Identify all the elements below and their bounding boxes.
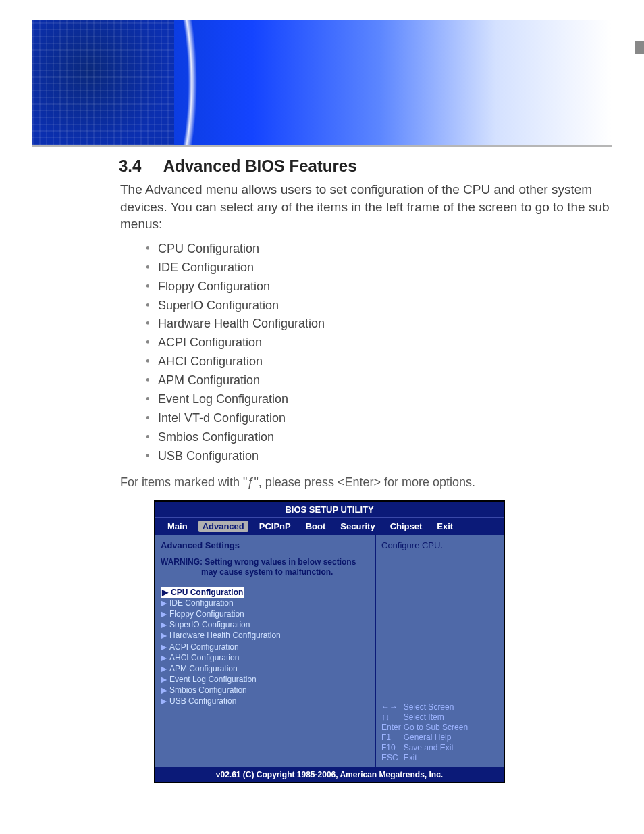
section-number: 3.4	[119, 157, 159, 176]
bios-key-desc: Select Item	[404, 712, 471, 723]
bios-title: BIOS SETUP UTILITY	[155, 502, 504, 517]
bullet-icon: •	[138, 334, 158, 353]
config-list-label: SuperIO Configuration	[158, 298, 279, 312]
config-list-label: Smbios Configuration	[158, 430, 274, 444]
bios-key-desc: Exit	[404, 753, 471, 763]
triangle-icon: ▶	[161, 685, 167, 695]
triangle-icon: ▶	[161, 653, 167, 662]
bullet-icon: •	[138, 353, 158, 371]
bios-menu-label: Smbios Configuration	[169, 685, 247, 695]
config-list-item: •Smbios Configuration	[138, 428, 612, 447]
bios-heading: Advanced Settings	[161, 540, 369, 550]
bios-menu-label: AHCI Configuration	[169, 653, 239, 662]
bios-menu-item[interactable]: ▶SuperIO Configuration	[161, 619, 369, 630]
bios-warning-line1: WARNING: Setting wrong values in below s…	[161, 557, 356, 567]
scrollbar-stub	[635, 41, 644, 54]
triangle-icon: ▶	[161, 631, 167, 640]
bios-menu-label: Hardware Health Configuration	[169, 631, 281, 640]
config-list-item: •APM Configuration	[138, 371, 612, 390]
config-list-item: •CPU Configuration	[138, 240, 612, 259]
triangle-icon: ▶	[161, 609, 167, 619]
config-list: •CPU Configuration•IDE Configuration•Flo…	[120, 240, 612, 466]
bios-left-pane: Advanced Settings WARNING: Setting wrong…	[155, 535, 376, 767]
config-list-item: •Intel VT-d Configuration	[138, 409, 612, 428]
bios-tab-advanced[interactable]: Advanced	[198, 521, 248, 532]
config-list-label: APM Configuration	[158, 373, 260, 387]
section-heading: 3.4 Advanced BIOS Features	[119, 157, 612, 176]
bios-key-desc: Select Screen	[404, 702, 471, 712]
bios-warning: WARNING: Setting wrong values in below s…	[161, 557, 369, 577]
bios-menu-item[interactable]: ▶IDE Configuration	[161, 598, 369, 608]
bios-menu: ▶CPU Configuration▶IDE Configuration▶Flo…	[161, 587, 369, 707]
bios-menu-item[interactable]: ▶Event Log Configuration	[161, 674, 369, 685]
bios-key-row: ←→Select Screen	[381, 702, 471, 712]
bios-menu-item[interactable]: ▶Hardware Health Configuration	[161, 630, 369, 641]
triangle-icon: ▶	[161, 696, 167, 706]
bios-menu-item[interactable]: ▶USB Configuration	[161, 696, 369, 706]
config-list-item: •IDE Configuration	[138, 259, 612, 278]
bios-tab-pcipnp[interactable]: PCIPnP	[255, 521, 295, 532]
bios-menu-item[interactable]: ▶ACPI Configuration	[161, 642, 369, 652]
config-list-item: •Floppy Configuration	[138, 278, 612, 296]
config-list-label: Floppy Configuration	[158, 280, 270, 293]
triangle-icon: ▶	[161, 642, 167, 652]
config-list-label: Intel VT-d Configuration	[158, 411, 286, 425]
bios-key: F1	[381, 733, 404, 743]
bios-menu-label: USB Configuration	[169, 696, 236, 706]
bios-tab-chipset[interactable]: Chipset	[386, 521, 427, 532]
bios-key-row: F1General Help	[381, 733, 471, 743]
bios-menu-label: APM Configuration	[169, 664, 238, 673]
bullet-icon: •	[138, 278, 158, 296]
bullet-icon: •	[138, 240, 158, 259]
bios-menu-item[interactable]: ▶AHCI Configuration	[161, 652, 369, 663]
bios-right-pane: Configure CPU. ←→Select Screen↑↓Select I…	[376, 535, 504, 767]
bullet-icon: •	[138, 409, 158, 428]
bios-screenshot: BIOS SETUP UTILITY MainAdvancedPCIPnPBoo…	[154, 500, 505, 783]
bios-key-row: EnterGo to Sub Screen	[381, 723, 471, 733]
section-title: Advanced BIOS Features	[163, 157, 357, 175]
bios-menu-label: CPU Configuration	[171, 588, 243, 597]
config-list-label: ACPI Configuration	[158, 336, 262, 349]
triangle-icon: ▶	[161, 620, 167, 629]
bios-tabs: MainAdvancedPCIPnPBootSecurityChipsetExi…	[155, 517, 504, 535]
bios-warning-line2: may cause system to malfunction.	[161, 567, 369, 577]
bios-menu-item[interactable]: ▶Smbios Configuration	[161, 685, 369, 696]
config-list-label: CPU Configuration	[158, 242, 259, 255]
config-list-item: •USB Configuration	[138, 447, 612, 466]
config-list-label: AHCI Configuration	[158, 355, 263, 368]
config-list-item: •SuperIO Configuration	[138, 296, 612, 315]
header-banner	[32, 20, 612, 147]
bullet-icon: •	[138, 315, 158, 334]
intro-paragraph: The Advanced menu allows users to set co…	[120, 181, 612, 233]
bios-help-text: Configure CPU.	[381, 540, 500, 550]
note-paragraph: For items marked with "ƒ", please press …	[120, 475, 612, 490]
bios-key: ESC	[381, 753, 404, 763]
bullet-icon: •	[138, 259, 158, 278]
banner-swoosh	[86, 20, 289, 145]
bullet-icon: •	[138, 371, 158, 390]
bios-key-desc: General Help	[404, 733, 471, 743]
config-list-label: Hardware Health Configuration	[158, 317, 325, 330]
bios-menu-item[interactable]: ▶APM Configuration	[161, 663, 369, 674]
triangle-icon: ▶	[161, 664, 167, 673]
bios-key-desc: Save and Exit	[404, 743, 471, 753]
bios-key: F10	[381, 743, 404, 753]
bios-menu-item[interactable]: ▶CPU Configuration	[161, 587, 244, 598]
bios-key: Enter	[381, 723, 404, 733]
config-list-item: •Hardware Health Configuration	[138, 315, 612, 334]
bios-menu-label: SuperIO Configuration	[169, 620, 250, 629]
bullet-icon: •	[138, 296, 158, 315]
triangle-icon: ▶	[162, 588, 168, 597]
bios-menu-item[interactable]: ▶Floppy Configuration	[161, 608, 369, 619]
bios-tab-exit[interactable]: Exit	[433, 521, 457, 532]
bullet-icon: •	[138, 428, 158, 447]
config-list-item: •Event Log Configuration	[138, 390, 612, 409]
config-list-label: USB Configuration	[158, 449, 259, 463]
config-list-item: •ACPI Configuration	[138, 334, 612, 353]
bios-menu-label: ACPI Configuration	[169, 642, 239, 652]
bios-tab-security[interactable]: Security	[336, 521, 379, 532]
bios-tab-main[interactable]: Main	[163, 521, 192, 532]
config-list-item: •AHCI Configuration	[138, 353, 612, 371]
bios-key-row: ESCExit	[381, 753, 471, 763]
bios-tab-boot[interactable]: Boot	[302, 521, 330, 532]
